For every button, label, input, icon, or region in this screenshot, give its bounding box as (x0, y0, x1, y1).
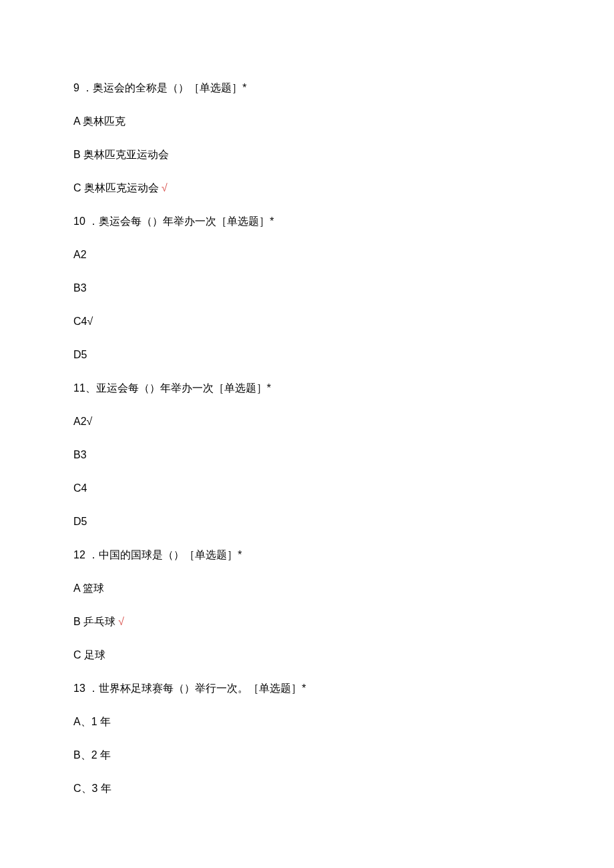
question-block: 12 ．中国的国球是（）［单选题］*A 篮球B 乒乓球√C 足球 (73, 547, 541, 663)
option: C 奥林匹克运动会√ (73, 180, 541, 196)
question-separator: ． (85, 215, 99, 227)
question-text: 13 ．世界杯足球赛每（）举行一次。［单选题］* (73, 681, 541, 697)
question-text: 11、亚运会每（）年举办一次［单选题］* (73, 380, 541, 396)
option: A、1 年 (73, 714, 541, 730)
question-separator: ． (85, 549, 99, 560)
question-stem: 奥运会的全称是（）［单选题］* (93, 82, 246, 93)
option-label: B3 (73, 449, 87, 460)
option-label: C4√ (73, 316, 93, 327)
option-label: C 奥林匹克运动会 (73, 182, 159, 193)
option-label: A、1 年 (73, 716, 111, 727)
option: A 篮球 (73, 580, 541, 596)
option-label: A2√ (73, 416, 92, 427)
option-label: B、2 年 (73, 749, 111, 761)
option-label: C 足球 (73, 649, 105, 661)
option: A2 (73, 247, 541, 263)
document-body: 9 ．奥运会的全称是（）［单选题］*A 奥林匹克B 奥林匹克亚运动会C 奥林匹克… (73, 80, 541, 797)
option-label: C4 (73, 482, 87, 494)
option: B3 (73, 280, 541, 296)
option-label: D5 (73, 516, 87, 527)
option: B 乒乓球√ (73, 614, 541, 630)
question-text: 12 ．中国的国球是（）［单选题］* (73, 547, 541, 563)
question-stem: 世界杯足球赛每（）举行一次。［单选题］* (99, 683, 306, 694)
question-block: 10 ．奥运会每（）年举办一次［单选题］*A2B3C4√D5 (73, 213, 541, 363)
option: D5 (73, 514, 541, 530)
option-label: B3 (73, 282, 87, 294)
question-separator: ． (85, 683, 99, 694)
question-block: 11、亚运会每（）年举办一次［单选题］*A2√B3C4D5 (73, 380, 541, 530)
question-stem: 奥运会每（）年举办一次［单选题］* (99, 215, 274, 227)
question-number: 11 (73, 382, 85, 394)
question-number: 10 (73, 215, 85, 227)
question-number: 12 (73, 549, 85, 560)
question-block: 13 ．世界杯足球赛每（）举行一次。［单选题］*A、1 年B、2 年C、3 年 (73, 681, 541, 797)
option-label: A 奥林匹克 (73, 115, 125, 127)
option: C 足球 (73, 647, 541, 663)
option: B、2 年 (73, 747, 541, 763)
check-icon: √ (118, 616, 124, 627)
option-label: C、3 年 (73, 783, 111, 794)
question-separator: 、 (85, 382, 96, 394)
option: C4 (73, 480, 541, 496)
option: B3 (73, 447, 541, 463)
question-text: 9 ．奥运会的全称是（）［单选题］* (73, 80, 541, 96)
option-label: D5 (73, 349, 87, 360)
option-label: A 篮球 (73, 582, 104, 594)
option: C4√ (73, 314, 541, 330)
option-label: A2 (73, 249, 87, 260)
option: B 奥林匹克亚运动会 (73, 147, 541, 163)
option: A2√ (73, 414, 541, 430)
question-stem: 中国的国球是（）［单选题］* (99, 549, 242, 560)
question-stem: 亚运会每（）年举办一次［单选题］* (96, 382, 271, 394)
option: C、3 年 (73, 781, 541, 797)
option-label: B 乒乓球 (73, 616, 115, 627)
check-icon: √ (162, 182, 168, 193)
question-number: 13 (73, 683, 85, 694)
option: A 奥林匹克 (73, 113, 541, 129)
question-block: 9 ．奥运会的全称是（）［单选题］*A 奥林匹克B 奥林匹克亚运动会C 奥林匹克… (73, 80, 541, 196)
question-text: 10 ．奥运会每（）年举办一次［单选题］* (73, 213, 541, 230)
option: D5 (73, 347, 541, 363)
question-separator: ． (79, 82, 93, 93)
option-label: B 奥林匹克亚运动会 (73, 149, 169, 160)
question-number: 9 (73, 82, 79, 93)
